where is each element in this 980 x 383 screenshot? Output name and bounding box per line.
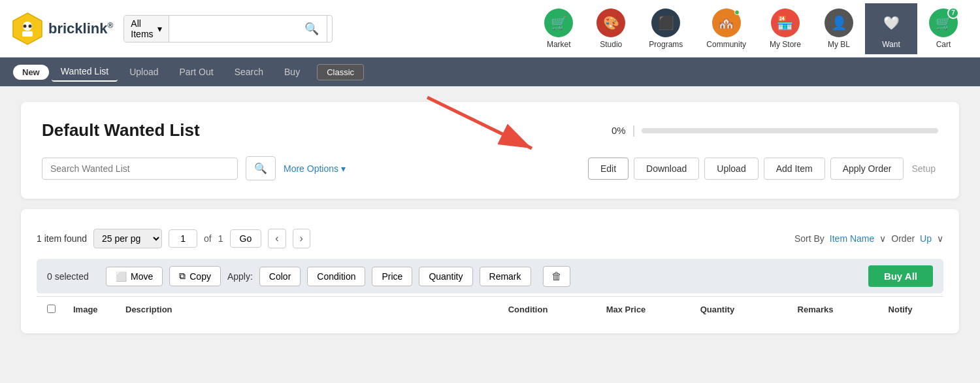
logo-area: bricklink®: [10, 12, 113, 46]
nav-icons: 🛒 Market 🎨 Studio ⬛ Programs 🏘️ Communit…: [532, 3, 970, 54]
order-chevron-icon: ∨: [937, 233, 943, 244]
condition-button[interactable]: Condition: [307, 267, 365, 286]
move-button[interactable]: ⬜ Move: [106, 267, 163, 286]
sub-nav-search[interactable]: Search: [225, 63, 272, 81]
programs-label: Programs: [649, 40, 683, 49]
search-section: 🔍 More Options ▾ Edit Download Upload Ad…: [42, 156, 938, 180]
sub-nav: New Wanted List Upload Part Out Search B…: [0, 58, 980, 86]
cart-label: Cart: [936, 40, 951, 49]
edit-button[interactable]: Edit: [588, 158, 629, 180]
upload-button[interactable]: Upload: [704, 158, 758, 180]
nav-market[interactable]: 🛒 Market: [532, 3, 585, 54]
apply-order-button[interactable]: Apply Order: [830, 158, 904, 180]
copy-icon: ⧉: [179, 271, 186, 282]
sort-chevron-icon: ∨: [879, 233, 886, 244]
setup-button[interactable]: Setup: [909, 158, 938, 179]
th-remarks: Remarks: [763, 305, 868, 315]
go-button[interactable]: Go: [230, 229, 262, 248]
nav-mystore[interactable]: 🏪 My Store: [758, 3, 813, 54]
nav-programs[interactable]: ⬛ Programs: [637, 3, 694, 54]
progress-percent: 0%: [612, 125, 626, 136]
cart-icon: 🛒 7: [929, 8, 958, 37]
page-number-input[interactable]: [169, 229, 197, 248]
nav-studio[interactable]: 🎨 Studio: [585, 3, 637, 54]
wanted-list-card: Default Wanted List 0% | 🔍 More Options …: [21, 102, 959, 199]
nav-want[interactable]: 🤍 Want: [865, 3, 917, 54]
want-icon: 🤍: [877, 8, 906, 37]
market-label: Market: [547, 40, 571, 49]
nav-community[interactable]: 🏘️ Community: [694, 3, 758, 54]
delete-button[interactable]: 🗑: [543, 266, 570, 287]
svg-point-3: [24, 24, 27, 27]
sort-field-link[interactable]: Item Name: [830, 233, 874, 244]
nav-cart[interactable]: 🛒 7 Cart: [917, 3, 970, 54]
logo-icon: [10, 12, 44, 46]
search-button[interactable]: Search: [327, 16, 333, 42]
sub-nav-wanted-list[interactable]: Wanted List: [52, 62, 118, 82]
new-button[interactable]: New: [13, 65, 49, 80]
dropdown-label: All Items: [131, 18, 153, 39]
community-badge: [734, 10, 740, 15]
price-button[interactable]: Price: [372, 267, 412, 286]
page-title: Default Wanted List: [42, 120, 612, 141]
community-label: Community: [706, 40, 746, 49]
sub-nav-part-out[interactable]: Part Out: [171, 63, 223, 81]
prev-page-button[interactable]: ‹: [268, 229, 286, 248]
studio-label: Studio: [600, 40, 622, 49]
mystore-label: My Store: [770, 40, 801, 49]
pagination-row: 1 item found 25 per pg 50 per pg 100 per…: [37, 220, 943, 254]
bulk-actions-row: 0 selected ⬜ Move ⧉ Copy Apply: Color Co…: [37, 259, 943, 293]
order-direction-link[interactable]: Up: [920, 233, 932, 244]
top-nav: bricklink® All Items ▾ 🔍 Search 🛒 Market…: [0, 0, 980, 58]
more-options-chevron-icon: ▾: [341, 163, 346, 174]
th-description: Description: [125, 305, 476, 315]
search-input[interactable]: [169, 16, 297, 42]
dropdown-chevron-icon: ▾: [157, 24, 162, 34]
move-label: Move: [131, 271, 153, 282]
search-magnify-icon[interactable]: 🔍: [297, 22, 327, 36]
table-card: 1 item found 25 per pg 50 per pg 100 per…: [21, 209, 959, 333]
of-label: of: [204, 233, 212, 244]
progress-bar-bg: [642, 128, 938, 133]
classic-button[interactable]: Classic: [317, 64, 364, 80]
more-options-link[interactable]: More Options ▾: [284, 163, 346, 174]
copy-button[interactable]: ⧉ Copy: [169, 266, 221, 286]
sub-nav-buy[interactable]: Buy: [275, 63, 309, 81]
th-quantity: Quantity: [672, 305, 763, 315]
color-button[interactable]: Color: [259, 267, 301, 286]
sub-nav-upload[interactable]: Upload: [120, 63, 167, 81]
market-icon: 🛒: [544, 8, 573, 37]
select-all-checkbox[interactable]: [47, 305, 56, 313]
th-notify: Notify: [868, 305, 933, 315]
progress-divider: |: [632, 124, 636, 137]
add-item-button[interactable]: Add Item: [764, 158, 825, 180]
want-label: Want: [882, 40, 900, 49]
programs-icon: ⬛: [651, 8, 680, 37]
action-buttons: Edit Download Upload Add Item Apply Orde…: [588, 158, 938, 180]
brand-name: bricklink®: [48, 20, 113, 37]
buy-all-button[interactable]: Buy All: [868, 265, 933, 287]
nav-mybl[interactable]: 👤 My BL: [813, 3, 865, 54]
copy-label: Copy: [189, 271, 211, 282]
search-bar: All Items ▾ 🔍 Search: [123, 15, 333, 42]
community-icon: 🏘️: [712, 8, 741, 37]
studio-icon: 🎨: [596, 8, 625, 37]
download-button[interactable]: Download: [634, 158, 699, 180]
svg-point-4: [29, 24, 32, 27]
cart-badge: 7: [947, 7, 959, 19]
th-image: Image: [73, 305, 125, 315]
wanted-list-search-input[interactable]: [42, 158, 238, 180]
sort-by-label: Sort By: [794, 233, 825, 244]
quantity-button[interactable]: Quantity: [419, 267, 472, 286]
th-condition: Condition: [476, 305, 580, 315]
wanted-search-icon-button[interactable]: 🔍: [246, 156, 276, 180]
search-row: 🔍 More Options ▾ Edit Download Upload Ad…: [42, 156, 938, 180]
search-dropdown[interactable]: All Items ▾: [124, 16, 169, 42]
progress-area: 0% |: [612, 124, 938, 137]
th-checkbox: [47, 305, 73, 315]
next-page-button[interactable]: ›: [293, 229, 310, 248]
per-page-select[interactable]: 25 per pg 50 per pg 100 per pg: [93, 229, 162, 248]
remark-button[interactable]: Remark: [480, 267, 531, 286]
title-row: Default Wanted List 0% |: [42, 120, 938, 141]
apply-label: Apply:: [227, 271, 253, 282]
